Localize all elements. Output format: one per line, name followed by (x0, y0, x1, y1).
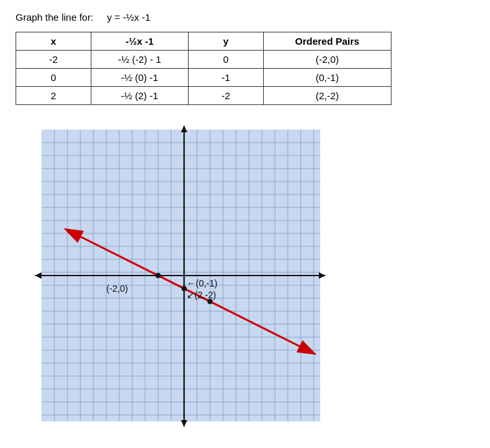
svg-marker-48 (181, 126, 187, 132)
point-0-neg1 (181, 286, 187, 291)
col-header-expr: -½x -1 (91, 32, 188, 51)
cell-x: 0 (16, 69, 91, 87)
svg-marker-46 (35, 272, 41, 279)
table-row: 0 -½ (0) -1 -1 (0,-1) (16, 69, 391, 87)
cell-pair: (-2,0) (263, 51, 391, 69)
label-2-neg2: ↙(2,-2) (187, 290, 216, 300)
cell-y: -1 (188, 69, 263, 87)
svg-marker-49 (181, 420, 187, 427)
cell-expr: -½ (0) -1 (91, 69, 188, 87)
instruction-text: Graph the line for: y = -½x -1 (16, 12, 474, 23)
cell-y: -2 (188, 87, 263, 105)
coordinate-graph: (-2,0) ←(0,-1) ↙(2,-2) (22, 123, 327, 428)
col-header-y: y (188, 32, 263, 51)
svg-marker-45 (319, 272, 325, 279)
equation-table: x -½x -1 y Ordered Pairs -2 -½ (-2) - 1 … (16, 32, 391, 105)
cell-y: 0 (188, 51, 263, 69)
table-row: 2 -½ (2) -1 -2 (2,-2) (16, 87, 391, 105)
label-0-neg1: ←(0,-1) (187, 278, 217, 289)
label-neg2-0: (-2,0) (106, 283, 128, 294)
col-header-pairs: Ordered Pairs (263, 32, 391, 51)
cell-x: -2 (16, 51, 91, 69)
col-header-x: x (16, 32, 91, 51)
equation: y = -½x -1 (107, 12, 150, 23)
cell-expr: -½ (2) -1 (91, 87, 188, 105)
table-row: -2 -½ (-2) - 1 0 (-2,0) (16, 51, 391, 69)
cell-pair: (2,-2) (263, 87, 391, 105)
graph-container: (-2,0) ←(0,-1) ↙(2,-2) (22, 123, 474, 428)
cell-x: 2 (16, 87, 91, 105)
instruction-prefix: Graph the line for: (16, 12, 93, 23)
cell-pair: (0,-1) (263, 69, 391, 87)
cell-expr: -½ (-2) - 1 (91, 51, 188, 69)
point-neg2-0 (156, 273, 161, 278)
